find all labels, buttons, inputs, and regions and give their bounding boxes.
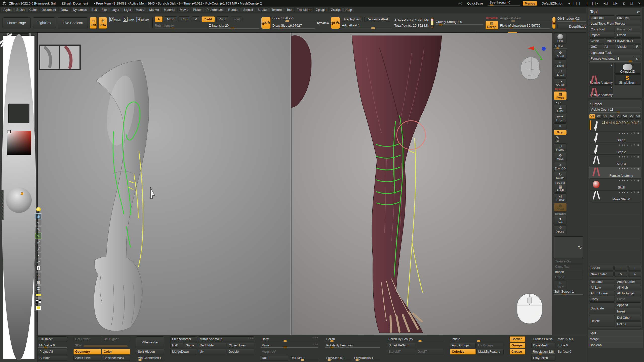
canvas-left-view[interactable] bbox=[38, 33, 291, 335]
geometry-control[interactable]: Del Higher bbox=[102, 336, 130, 342]
collapsed-section-header[interactable]: Split bbox=[588, 330, 643, 336]
move-up-button[interactable]: ↑ bbox=[614, 266, 627, 271]
home-page-button[interactable]: Home Page bbox=[3, 17, 31, 28]
edit-button[interactable]: ▱Edit bbox=[90, 17, 97, 29]
replay-last-rel-button[interactable]: ReplayLastRel bbox=[364, 17, 390, 22]
geometry-control[interactable]: ProjectAll bbox=[38, 349, 67, 354]
shelf-slide-right-icon[interactable]: ❘❘❘❘▸ bbox=[584, 2, 599, 5]
geometry-control[interactable]: Min Connected 1 bbox=[136, 355, 164, 361]
subtool-row-icons[interactable]: ▾ ●● ◐ ◑ ✎ ◉ bbox=[619, 179, 640, 182]
menu-item[interactable]: Preferences bbox=[205, 8, 225, 12]
geometry-control[interactable]: Half bbox=[170, 343, 183, 348]
aahalf-button[interactable]: ⌕▪AAHalf bbox=[554, 78, 567, 87]
export-texture-button[interactable]: Export bbox=[554, 275, 583, 280]
rotate-button[interactable]: 🅁Rotate bbox=[136, 17, 148, 29]
spix-slider[interactable]: SPix 3 bbox=[554, 44, 567, 49]
geometry-control[interactable]: Del Hidden bbox=[198, 343, 226, 348]
frame-button[interactable]: ⊡Frame bbox=[554, 143, 567, 152]
subtool-view-tab[interactable]: V8 bbox=[635, 114, 641, 119]
visibility-tool-button[interactable]: ◉ bbox=[35, 213, 42, 219]
subtool-action-button[interactable]: Paste bbox=[616, 297, 641, 302]
lightbox-tools-button[interactable]: Lightbox▶Tools bbox=[589, 50, 641, 55]
delete-button[interactable]: Delete bbox=[589, 315, 615, 327]
tool-thumb-cylinder3d[interactable]: Cylinder3D bbox=[614, 63, 641, 74]
zoom-button[interactable]: ⌕Zoom bbox=[554, 59, 567, 68]
bpr-render-button[interactable]: BPR bbox=[554, 33, 567, 43]
local-symmetry-button[interactable]: ⇤⇥L.Sym bbox=[554, 114, 567, 123]
load-tools-from-project-button[interactable]: Load Tools From Project bbox=[589, 21, 641, 26]
mode-button[interactable]: Zcut bbox=[231, 16, 243, 22]
menu-item[interactable]: Macro bbox=[134, 8, 147, 12]
mode-button[interactable]: Mrgb bbox=[164, 16, 177, 22]
geometry-control[interactable]: Mirrorx y z bbox=[260, 343, 319, 348]
canvas-right-view[interactable] bbox=[291, 33, 552, 335]
menu-item[interactable]: Light bbox=[122, 8, 133, 12]
menu-item[interactable]: File bbox=[100, 8, 109, 12]
menu-item[interactable]: Zplugin bbox=[314, 8, 328, 12]
menu-item[interactable]: Draw bbox=[59, 8, 70, 12]
geometry-control[interactable]: Roll bbox=[260, 355, 288, 361]
geometry-control[interactable]: Inflate bbox=[450, 336, 504, 342]
geometry-control[interactable]: Same bbox=[184, 343, 197, 348]
goz-button[interactable]: GoZ bbox=[589, 44, 602, 49]
scroll-button[interactable]: ✥Scroll bbox=[554, 50, 567, 59]
subtool-action-button[interactable]: All Low bbox=[589, 285, 615, 290]
subtool-row-icons[interactable]: ▾ ●● ◐ ◑ ✎ ◉ bbox=[619, 167, 640, 170]
floor-axes-tag[interactable]: x y z bbox=[554, 101, 561, 104]
subtool-action-button[interactable]: AutoReorder bbox=[616, 279, 641, 284]
menu-item[interactable]: Color bbox=[27, 8, 39, 12]
geometry-control[interactable]: SDiv bbox=[73, 343, 130, 348]
brush-slot[interactable]: StartupMaterial bbox=[7, 104, 31, 127]
move-down-button[interactable]: ↓ bbox=[628, 266, 641, 271]
subtool-row[interactable]: ▾ ●● ◐ ◑ ✎ ◉ Skull bbox=[589, 178, 641, 190]
transparency-button[interactable]: ◱Transp bbox=[554, 193, 567, 202]
menus-button[interactable]: Menus bbox=[523, 1, 537, 6]
trash-button[interactable] bbox=[35, 266, 42, 272]
menu-item[interactable]: Stroke bbox=[256, 8, 269, 12]
geometry-control[interactable]: MidValue 0 bbox=[38, 343, 67, 348]
draw-size-slider[interactable]: Draw Size 16.97027 bbox=[272, 24, 315, 29]
pen-tool-button[interactable]: ✎ bbox=[35, 227, 42, 232]
subtool-row[interactable]: ▾ ●● ◐ ◑ ✎ ◉ Make Step 0 bbox=[589, 190, 641, 202]
tool-r-button[interactable]: R bbox=[635, 56, 641, 62]
geometry-control[interactable]: LazyRadius 1 bbox=[353, 355, 381, 361]
menu-item[interactable]: Stencil bbox=[241, 8, 255, 12]
mode-button[interactable]: Zsub bbox=[216, 16, 229, 22]
menu-item[interactable]: Material bbox=[162, 8, 177, 12]
marker-tool-button[interactable]: ✎ bbox=[35, 233, 42, 239]
ghost-button[interactable]: ◍Ghost bbox=[554, 203, 567, 212]
lightbulb-icon[interactable] bbox=[36, 207, 41, 212]
screen-tool-button[interactable]: ▭ bbox=[35, 272, 42, 278]
clone-texture-button[interactable]: Clone Txtr bbox=[554, 264, 583, 269]
subtool-row-icons[interactable]: ▾ ●● ◐ ◑ ✎ ◉ bbox=[619, 132, 640, 134]
tool-thumb-female-anatomy-2[interactable]: 7 Female Anatomy bbox=[589, 85, 613, 97]
zoom3d-button[interactable]: ⌕Zoom3D bbox=[554, 162, 567, 171]
flip-v-button[interactable]: ⇅Flip V bbox=[554, 280, 567, 289]
geometry-control[interactable]: Auto Groups bbox=[450, 343, 476, 348]
import-tool-button[interactable]: Import bbox=[589, 33, 615, 38]
tool-quicksave-slider[interactable]: Female Anatomy. 48 bbox=[589, 56, 634, 62]
del-all-button[interactable]: Del All bbox=[616, 321, 641, 327]
mode-button[interactable]: Rgb bbox=[179, 16, 190, 22]
clone-tool-button[interactable]: Clone bbox=[589, 38, 604, 43]
geometry-control[interactable]: BackfaceMask bbox=[102, 355, 130, 361]
del-other-button[interactable]: Del Other bbox=[616, 315, 641, 321]
subtool-row[interactable]: ▾ ●● ◐ ◑ ✎ ◉ Step 1 bbox=[589, 131, 641, 143]
import-texture-shelf-button[interactable]: Import bbox=[554, 270, 583, 274]
yellow-swatch-bar[interactable] bbox=[35, 292, 42, 298]
save-as-button[interactable]: Save As bbox=[616, 15, 641, 20]
subtool-action-button[interactable]: All To Home bbox=[589, 291, 615, 296]
list-all-button[interactable]: List All bbox=[589, 266, 614, 271]
color-picker[interactable] bbox=[4, 127, 33, 157]
tool-thumb-female-anatomy[interactable]: 7 Female Anatomy bbox=[589, 63, 613, 85]
persp-shelf-button[interactable]: ▤Persp bbox=[554, 91, 567, 100]
duplicate-button[interactable]: Duplicate bbox=[589, 302, 615, 314]
new-folder-button[interactable]: New Folder bbox=[589, 272, 614, 277]
restore-config-icon[interactable]: ⟳ bbox=[637, 10, 640, 14]
lightbox-button[interactable]: LightBox bbox=[33, 17, 56, 28]
geometry-control[interactable]: Split Hidden bbox=[136, 349, 164, 354]
restore-button[interactable]: ❐ bbox=[629, 2, 634, 5]
load-tool-button[interactable]: Load Tool bbox=[589, 15, 615, 20]
see-through-slider[interactable]: See-through 0 bbox=[488, 0, 520, 6]
geometry-control[interactable]: Polish By Features bbox=[325, 343, 381, 348]
